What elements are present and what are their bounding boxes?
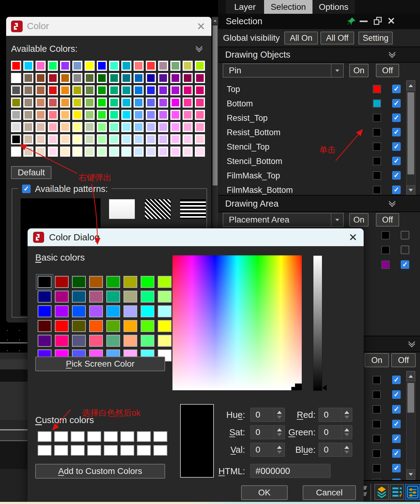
basic-color-swatch[interactable]	[106, 291, 120, 303]
hidden-section-off-button[interactable]: Off	[391, 353, 416, 367]
layer-color-swatch[interactable]	[381, 261, 390, 269]
palette-swatch[interactable]	[97, 122, 107, 132]
basic-color-swatch[interactable]	[106, 276, 120, 288]
layer-color-swatch[interactable]	[373, 420, 381, 428]
palette-swatch[interactable]	[134, 61, 144, 71]
basic-color-swatch[interactable]	[141, 305, 154, 317]
palette-swatch[interactable]	[36, 61, 46, 71]
cancel-button[interactable]: Cancel	[303, 485, 356, 500]
palette-swatch[interactable]	[36, 147, 46, 157]
palette-swatch[interactable]	[121, 85, 131, 95]
palette-swatch[interactable]	[85, 110, 95, 120]
close-icon[interactable]: ✕	[349, 231, 358, 243]
basic-color-swatch[interactable]	[141, 320, 154, 332]
palette-swatch[interactable]	[11, 97, 21, 108]
palette-swatch[interactable]	[60, 134, 70, 144]
palette-swatch[interactable]	[183, 147, 193, 157]
palette-swatch[interactable]	[23, 73, 33, 83]
palette-swatch[interactable]	[60, 73, 70, 83]
palette-swatch[interactable]	[97, 85, 107, 95]
palette-swatch[interactable]	[195, 73, 205, 83]
palette-swatch[interactable]	[60, 85, 70, 95]
palette-swatch[interactable]	[195, 61, 205, 71]
custom-color-swatch[interactable]	[87, 431, 101, 442]
basic-color-swatch[interactable]	[141, 276, 154, 288]
basic-color-swatch[interactable]	[158, 291, 172, 303]
basic-color-swatch[interactable]	[55, 305, 69, 317]
palette-swatch[interactable]	[60, 61, 70, 71]
basic-color-swatch[interactable]	[55, 291, 69, 303]
layer-color-swatch[interactable]	[373, 157, 381, 165]
custom-color-swatch[interactable]	[71, 431, 85, 442]
list-check-tool-button[interactable]	[390, 484, 404, 500]
palette-swatch[interactable]	[72, 61, 82, 71]
palette-swatch[interactable]	[195, 122, 205, 132]
palette-swatch[interactable]	[109, 73, 119, 83]
palette-swatch[interactable]	[121, 147, 131, 157]
scroll-up-button[interactable]	[407, 81, 415, 91]
palette-swatch[interactable]	[134, 147, 144, 157]
palette-swatch[interactable]	[11, 61, 21, 71]
palette-swatch[interactable]	[146, 110, 156, 120]
palette-swatch[interactable]	[36, 73, 46, 83]
scroll-up-button[interactable]	[212, 17, 218, 24]
basic-color-swatch[interactable]	[89, 276, 103, 288]
palette-swatch[interactable]	[72, 110, 82, 120]
palette-swatch[interactable]	[146, 61, 156, 71]
palette-swatch[interactable]	[11, 110, 21, 120]
basic-color-swatch[interactable]	[158, 335, 172, 347]
visibility-checkbox[interactable]: ✓	[392, 85, 401, 93]
custom-color-swatch[interactable]	[38, 431, 51, 442]
pick-screen-color-button[interactable]: Pick Screen Color	[35, 357, 165, 371]
layer-color-swatch[interactable]	[373, 391, 381, 399]
visibility-checkbox[interactable]: ✓	[392, 185, 401, 194]
close-panel-icon[interactable]: ✕	[387, 15, 395, 27]
palette-swatch[interactable]	[146, 147, 156, 157]
scroll-down-button[interactable]	[407, 469, 415, 479]
palette-swatch[interactable]	[170, 134, 180, 144]
palette-swatch[interactable]	[23, 134, 33, 144]
palette-swatch[interactable]	[72, 147, 82, 157]
palette-swatch[interactable]	[134, 85, 144, 95]
palette-swatch[interactable]	[85, 61, 95, 71]
palette-swatch[interactable]	[121, 110, 131, 120]
palette-swatch[interactable]	[48, 85, 58, 95]
drawing-objects-combo[interactable]: Pin	[223, 63, 344, 78]
drawing-objects-scrollbar[interactable]	[406, 80, 415, 196]
drawing-area-combo[interactable]: Placement Area	[223, 213, 344, 227]
basic-color-swatch[interactable]	[141, 335, 154, 347]
palette-swatch[interactable]	[36, 134, 46, 144]
layer-color-swatch[interactable]	[373, 85, 381, 93]
hue-spinbox[interactable]: 0	[250, 408, 285, 422]
layer-color-swatch[interactable]	[373, 114, 381, 122]
visibility-checkbox[interactable]: ✓	[392, 434, 401, 443]
value-slider[interactable]	[313, 255, 322, 391]
blue-spinbox[interactable]: 0	[319, 443, 352, 457]
palette-swatch[interactable]	[36, 122, 46, 132]
basic-color-swatch[interactable]	[89, 291, 103, 303]
palette-swatch[interactable]	[121, 134, 131, 144]
dialog-titlebar[interactable]: Color Dialog ✕	[28, 228, 364, 246]
scroll-up-button[interactable]	[407, 371, 415, 381]
palette-swatch[interactable]	[11, 147, 21, 157]
basic-color-swatch[interactable]	[89, 305, 103, 317]
scroll-thumb[interactable]	[213, 25, 218, 185]
palette-swatch[interactable]	[11, 122, 21, 132]
palette-swatch[interactable]	[60, 97, 70, 108]
custom-color-swatch[interactable]	[120, 445, 134, 456]
sat-value[interactable]: 0	[251, 426, 274, 439]
palette-swatch[interactable]	[158, 85, 168, 95]
palette-swatch[interactable]	[48, 122, 58, 132]
green-spinbox[interactable]: 0	[319, 425, 352, 439]
combo-dropdown-icon[interactable]	[331, 213, 343, 226]
basic-color-swatch[interactable]	[106, 305, 120, 317]
layer-color-swatch[interactable]	[373, 435, 381, 443]
palette-swatch[interactable]	[72, 85, 82, 95]
basic-color-swatch[interactable]	[123, 335, 137, 347]
basic-color-swatch[interactable]	[106, 320, 120, 332]
visibility-checkbox[interactable]: ✓	[392, 449, 401, 458]
palette-swatch[interactable]	[23, 97, 33, 108]
layer-color-swatch[interactable]	[373, 186, 381, 194]
hue-value[interactable]: 0	[251, 408, 274, 422]
palette-swatch[interactable]	[158, 61, 168, 71]
